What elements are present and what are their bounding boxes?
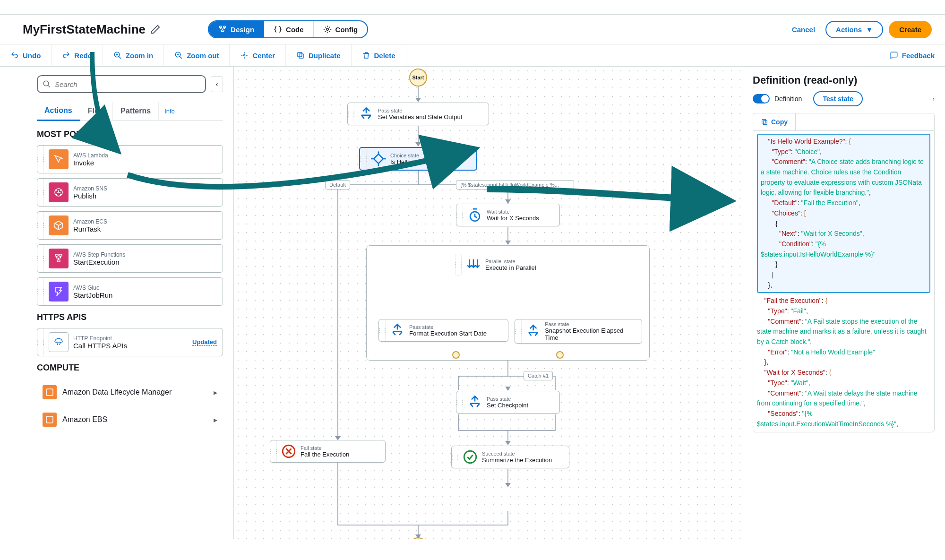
https-heading: HTTPS APIS xyxy=(37,312,223,322)
action-card-0[interactable]: ⋮⋮AWS LambdaInvoke xyxy=(37,145,223,173)
zoom-out-button[interactable]: Zoom out xyxy=(164,44,230,66)
node-checkpoint[interactable]: ⋮⋮Pass stateSet Checkpoint xyxy=(456,391,560,414)
node-format-date[interactable]: ⋮⋮Pass stateFormat Execution Start Date xyxy=(378,319,508,342)
zoom-in-button[interactable]: Zoom in xyxy=(103,44,164,66)
updated-badge: Updated xyxy=(192,338,217,346)
node-parallel[interactable]: ⋮⋮Parallel stateExecute in Parallel xyxy=(455,254,542,276)
definition-toggle[interactable] xyxy=(753,94,770,103)
action-card-4[interactable]: ⋮⋮AWS GlueStartJobRun xyxy=(37,277,223,306)
config-tab[interactable]: Config xyxy=(314,21,367,37)
http-endpoint-card[interactable]: ⋮⋮ HTTP EndpointCall HTTPS APIs Updated xyxy=(37,328,223,356)
tab-actions[interactable]: Actions xyxy=(37,102,80,121)
toolbar: Undo Redo Zoom in Zoom out Center Duplic… xyxy=(0,44,945,67)
expand-panel-button[interactable]: › xyxy=(932,95,935,103)
collapse-sidebar-button[interactable]: ‹ xyxy=(211,76,223,92)
node-snapshot[interactable]: ⋮⋮Pass stateSnapshot Execution Elapsed T… xyxy=(515,319,642,344)
svg-rect-20 xyxy=(763,121,767,124)
n6-st: Pass state xyxy=(545,321,636,327)
compute-label: Amazon Data Lifecycle Manager xyxy=(62,388,172,396)
n9-st: Fail state xyxy=(301,445,349,451)
pass-icon xyxy=(358,106,374,122)
def-label: Definition xyxy=(774,95,802,103)
default-label: Default xyxy=(325,180,350,190)
fail-icon xyxy=(281,443,297,459)
service-icon xyxy=(49,182,69,202)
branch-end-dot xyxy=(452,351,460,359)
n1-st: Pass state xyxy=(378,108,462,113)
fb-label: Feedback xyxy=(902,52,935,60)
tab-flow[interactable]: Flow xyxy=(80,102,113,120)
cancel-button[interactable]: Cancel xyxy=(782,21,825,38)
card-svc: Amazon ECS xyxy=(73,218,107,225)
sidebar: ‹ Actions Flow Patterns Info MOST POPULA… xyxy=(0,67,234,539)
catch-label: Catch #1 xyxy=(524,371,553,380)
test-state-button[interactable]: Test state xyxy=(813,91,862,106)
n4-st: Parallel state xyxy=(485,258,536,264)
zout-label: Zoom out xyxy=(187,52,219,60)
n2-nm: Is Hello World Example? xyxy=(390,158,457,165)
http-act: Call HTTPS APIs xyxy=(73,342,127,350)
action-card-1[interactable]: ⋮⋮Amazon SNSPublish xyxy=(37,178,223,207)
n6-nm: Snapshot Execution Elapsed Time xyxy=(545,327,636,341)
compute-row-1[interactable]: Amazon EBS▸ xyxy=(37,406,223,433)
grip-icon: ⋮⋮ xyxy=(37,146,44,173)
undo-button[interactable]: Undo xyxy=(0,44,52,66)
node-set-variables[interactable]: ⋮⋮Pass stateSet Variables and State Outp… xyxy=(347,103,489,125)
choice-icon xyxy=(370,151,387,167)
grip-icon: ⋮⋮ xyxy=(37,212,44,239)
popular-heading: MOST POPULAR xyxy=(37,129,223,139)
code-tab[interactable]: Code xyxy=(264,21,314,37)
code-view[interactable]: "Is Hello World Example?": { "Type": "Ch… xyxy=(753,130,935,432)
copy-button[interactable]: Copy xyxy=(753,113,796,130)
actions-button[interactable]: Actions ▼ xyxy=(825,21,883,38)
center-button[interactable]: Center xyxy=(230,44,286,66)
feedback-button[interactable]: Feedback xyxy=(879,44,945,66)
search-input[interactable] xyxy=(37,75,206,93)
delete-button[interactable]: Delete xyxy=(352,44,406,66)
pass-icon xyxy=(525,323,541,339)
edit-title-icon[interactable] xyxy=(150,24,161,34)
node-wait[interactable]: ⋮⋮Wait stateWait for X Seconds xyxy=(456,204,560,226)
svg-rect-15 xyxy=(46,416,53,423)
n7-nm: Set Checkpoint xyxy=(487,402,528,409)
canvas[interactable]: Start End ⋮⋮Pass stateSet Variables and … xyxy=(234,67,742,539)
definition-panel: Definition (read-only) Definition Test s… xyxy=(742,67,945,539)
service-icon xyxy=(49,282,69,302)
branch-end-dot xyxy=(556,351,564,359)
page-title: MyFirstStateMachine xyxy=(23,22,146,37)
chevron-right-icon: ▸ xyxy=(214,415,217,424)
config-label: Config xyxy=(335,26,358,34)
action-card-3[interactable]: ⋮⋮AWS Step FunctionsStartExecution xyxy=(37,244,223,273)
svg-rect-11 xyxy=(55,254,58,256)
n5-nm: Format Execution Start Date xyxy=(409,330,487,337)
svg-rect-2 xyxy=(221,30,224,32)
create-button[interactable]: Create xyxy=(889,21,932,38)
del-label: Delete xyxy=(374,52,395,60)
node-fail[interactable]: ⋮⋮Fail stateFail the Execution xyxy=(270,440,386,463)
info-link[interactable]: Info xyxy=(164,108,175,115)
svg-rect-12 xyxy=(59,254,62,256)
http-svc: HTTP Endpoint xyxy=(73,335,127,342)
code-label: Code xyxy=(286,26,304,34)
n2-st: Choice state xyxy=(390,153,457,158)
card-svc: AWS Glue xyxy=(73,284,112,291)
search-field[interactable] xyxy=(55,80,200,88)
design-label: Design xyxy=(231,26,254,34)
redo-button[interactable]: Redo xyxy=(52,44,103,66)
compute-row-0[interactable]: Amazon Data Lifecycle Manager▸ xyxy=(37,379,223,406)
action-card-2[interactable]: ⋮⋮Amazon ECSRunTask xyxy=(37,211,223,240)
svg-rect-14 xyxy=(46,389,53,396)
view-switch: Design Code Config xyxy=(208,20,368,38)
tab-patterns[interactable]: Patterns xyxy=(113,102,159,120)
center-label: Center xyxy=(252,52,275,60)
pass-icon xyxy=(467,394,483,410)
svg-rect-1 xyxy=(223,26,226,27)
n8-nm: Summarize the Execution xyxy=(482,457,552,464)
design-tab[interactable]: Design xyxy=(209,21,264,37)
node-choice[interactable]: ⋮⋮Choice stateIs Hello World Example? xyxy=(359,147,477,171)
duplicate-button[interactable]: Duplicate xyxy=(286,44,352,66)
node-succeed[interactable]: ⋮⋮Succeed stateSummarize the Execution xyxy=(451,446,569,468)
definition-title: Definition (read-only) xyxy=(753,74,935,86)
n7-st: Pass state xyxy=(487,396,528,402)
compute-icon xyxy=(43,385,57,399)
